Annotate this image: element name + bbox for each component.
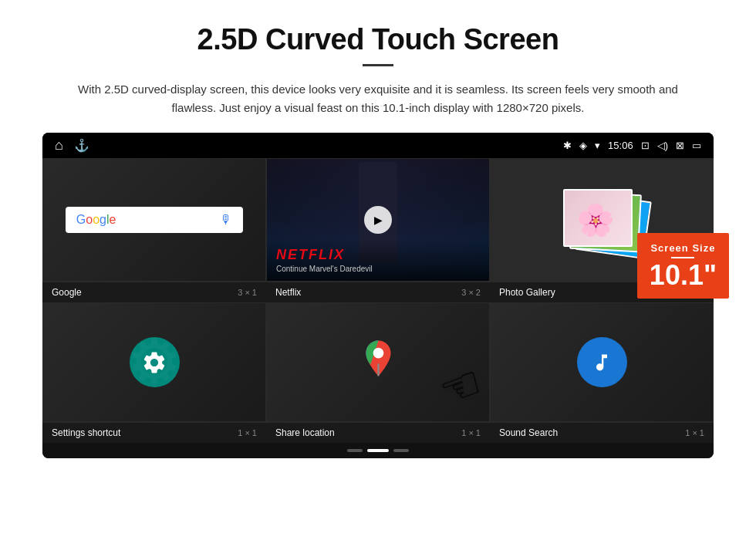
volume-icon: ◁) — [657, 140, 668, 151]
svg-point-0 — [373, 347, 383, 358]
home-icon[interactable]: ⌂ — [55, 137, 63, 154]
google-search-bar[interactable]: Google 🎙 — [66, 207, 243, 233]
badge-title: Screen Size — [650, 242, 717, 254]
netflix-label-size: 3 × 2 — [461, 288, 481, 297]
flower-icon: 🌸 — [576, 202, 615, 238]
sound-search-cell[interactable] — [490, 302, 714, 422]
hand-pointing-icon: ☞ — [432, 354, 490, 419]
share-label: Share location 1 × 1 — [266, 422, 490, 443]
google-maps-icon — [357, 337, 400, 388]
pagination-dot-2[interactable] — [367, 449, 389, 452]
settings-label-name: Settings shortcut — [52, 427, 120, 438]
pagination-bar — [42, 443, 714, 458]
screen-size-badge: Screen Size 10.1" — [637, 233, 729, 299]
close-icon: ⊠ — [676, 140, 684, 151]
google-label: Google 3 × 1 — [42, 282, 266, 302]
badge-size: 10.1" — [650, 262, 717, 289]
badge-divider — [671, 257, 694, 258]
status-time: 15:06 — [608, 140, 633, 151]
status-bar-left: ⌂ ⚓ — [55, 137, 89, 154]
netflix-subtitle: Continue Marvel's Daredevil — [276, 265, 480, 273]
photo-card-front: 🌸 — [563, 189, 633, 247]
page-heading: 2.5D Curved Touch Screen — [31, 23, 725, 56]
netflix-label: Netflix 3 × 2 — [266, 282, 490, 302]
sound-icon-main — [577, 337, 627, 387]
status-bar: ⌂ ⚓ ✱ ◈ ▾ 15:06 ⊡ ◁) ⊠ ▭ — [42, 133, 714, 158]
usb-icon: ⚓ — [74, 138, 89, 153]
heading-divider — [363, 64, 393, 66]
google-mic-icon[interactable]: 🎙 — [220, 213, 232, 227]
netflix-info-overlay: NETFLIX Continue Marvel's Daredevil — [267, 239, 489, 281]
share-location-cell[interactable]: ☞ — [266, 302, 490, 422]
share-label-size: 1 × 1 — [461, 428, 481, 437]
app-grid-row1: Google 🎙 ▶ NETFLIX Continue Marve — [42, 158, 714, 282]
status-bar-right: ✱ ◈ ▾ 15:06 ⊡ ◁) ⊠ ▭ — [563, 140, 701, 151]
google-logo: Google — [76, 213, 116, 227]
camera-icon: ⊡ — [641, 140, 650, 151]
sound-label-size: 1 × 1 — [685, 428, 704, 437]
sound-label-name: Sound Search — [499, 427, 558, 438]
maps-svg — [357, 337, 400, 380]
netflix-logo-text: NETFLIX — [276, 247, 480, 263]
sound-label: Sound Search 1 × 1 — [490, 422, 714, 443]
google-label-size: 3 × 1 — [238, 288, 257, 297]
netflix-label-name: Netflix — [275, 287, 301, 298]
photo-stack: 🌸 — [555, 181, 648, 258]
google-app-cell[interactable]: Google 🎙 — [42, 158, 266, 282]
netflix-play-button[interactable]: ▶ — [364, 206, 392, 234]
settings-label: Settings shortcut 1 × 1 — [42, 422, 266, 443]
settings-bg-gear: ⚙ — [127, 326, 182, 398]
music-note-svg — [591, 352, 613, 373]
settings-app-cell[interactable]: ⚙ — [42, 302, 266, 422]
app-labels-row1: Google 3 × 1 Netflix 3 × 2 Photo Gallery… — [42, 282, 714, 302]
page-description: With 2.5D curved-display screen, this de… — [69, 80, 687, 117]
screen-container: Screen Size 10.1" ⌂ ⚓ ✱ ◈ ▾ 15:06 ⊡ ◁) ⊠ — [42, 133, 714, 458]
settings-label-size: 1 × 1 — [238, 428, 257, 437]
share-label-name: Share location — [275, 427, 335, 438]
wifi-icon: ▾ — [595, 140, 600, 151]
window-icon: ▭ — [692, 140, 701, 151]
app-labels-row2: Settings shortcut 1 × 1 Share location 1… — [42, 422, 714, 443]
netflix-app-cell[interactable]: ▶ NETFLIX Continue Marvel's Daredevil — [266, 158, 490, 282]
bluetooth-icon: ✱ — [563, 140, 572, 151]
google-label-name: Google — [52, 287, 82, 298]
device-screen: ⌂ ⚓ ✱ ◈ ▾ 15:06 ⊡ ◁) ⊠ ▭ — [42, 133, 714, 458]
pagination-dot-3[interactable] — [393, 449, 409, 452]
location-icon: ◈ — [579, 140, 587, 151]
app-grid-row2: ⚙ — [42, 302, 714, 422]
page-wrapper: 2.5D Curved Touch Screen With 2.5D curve… — [0, 0, 756, 474]
photo-label-name: Photo Gallery — [499, 287, 555, 298]
pagination-dot-1[interactable] — [347, 449, 363, 452]
